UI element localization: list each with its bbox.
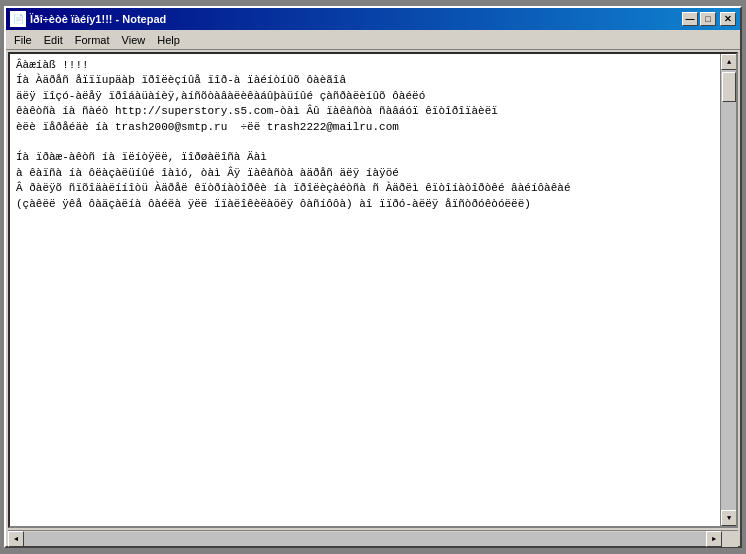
scroll-down-icon: ▼ (727, 514, 731, 522)
scrollbar-corner (722, 531, 738, 547)
scroll-left-button[interactable]: ◄ (8, 531, 24, 547)
scroll-up-button[interactable]: ▲ (721, 54, 737, 70)
horizontal-scrollbar[interactable]: ◄ ► (8, 531, 722, 546)
title-bar: 📄 Ïðî÷èòè ïàéíy1!!! - Notepad — □ ✕ (6, 8, 740, 30)
notepad-window: 📄 Ïðî÷èòè ïàéíy1!!! - Notepad — □ ✕ File… (4, 6, 742, 548)
scroll-track-vertical[interactable] (721, 70, 736, 510)
scroll-right-icon: ► (712, 535, 716, 543)
menu-help[interactable]: Help (151, 32, 186, 48)
vertical-scrollbar[interactable]: ▲ ▼ (720, 54, 736, 526)
title-bar-left: 📄 Ïðî÷èòè ïàéíy1!!! - Notepad (10, 11, 166, 27)
minimize-button[interactable]: — (682, 12, 698, 26)
menu-bar: File Edit Format View Help (6, 30, 740, 50)
maximize-button[interactable]: □ (700, 12, 716, 26)
menu-file[interactable]: File (8, 32, 38, 48)
text-editor[interactable] (10, 54, 720, 526)
window-title: Ïðî÷èòè ïàéíy1!!! - Notepad (30, 13, 166, 25)
app-icon: 📄 (10, 11, 26, 27)
menu-format[interactable]: Format (69, 32, 116, 48)
close-button[interactable]: ✕ (720, 12, 736, 26)
scroll-left-icon: ◄ (14, 535, 18, 543)
scroll-up-icon: ▲ (727, 58, 731, 66)
scroll-track-horizontal[interactable] (24, 532, 706, 546)
scroll-right-button[interactable]: ► (706, 531, 722, 547)
horizontal-scrollbar-container: ◄ ► (8, 530, 738, 546)
scroll-thumb-vertical[interactable] (722, 72, 736, 102)
title-buttons: — □ ✕ (682, 12, 736, 26)
menu-edit[interactable]: Edit (38, 32, 69, 48)
menu-view[interactable]: View (116, 32, 152, 48)
scroll-down-button[interactable]: ▼ (721, 510, 737, 526)
content-area: ▲ ▼ (8, 52, 738, 528)
